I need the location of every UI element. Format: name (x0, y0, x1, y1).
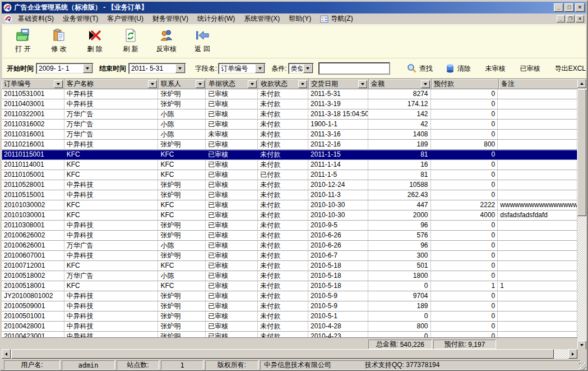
table-row[interactable]: 20110531001中异科技张炉明已审核未付款2011-5-3182740 (2, 89, 577, 99)
table-cell: 0 (431, 332, 498, 337)
table-row[interactable]: 20110105001KFCKFC已审核已付款2011-1-5810 (2, 170, 577, 180)
menu-item-label: 基础资料(S) (18, 14, 54, 24)
scroll-down-button[interactable] (577, 341, 586, 349)
table-row[interactable]: 20110515001中异科技张炉明已审核未付款2010-11-3262.430 (2, 190, 577, 200)
table-row[interactable]: JY20100801002中异科技张炉明已审核未付款2010-5-997040 (2, 291, 577, 301)
table-cell: 已审核 (206, 291, 258, 301)
table-row[interactable]: 20110528001中异科技张炉明已审核未付款2010-12-24105880 (2, 180, 577, 190)
table-cell: 未付款 (258, 130, 308, 140)
resize-grip[interactable] (579, 363, 586, 370)
table-cell: 20100518002 (2, 271, 64, 281)
column-header-8[interactable]: 预付款 (432, 79, 499, 89)
mdi-restore-button[interactable]: ❐ (566, 15, 575, 22)
table-row[interactable]: 20110403001中异科技张炉明已审核未付款2011-3-19174.120 (2, 99, 577, 109)
table-row[interactable]: 20110316001万华广告小陈未审核未付款2011-3-1614080 (2, 130, 577, 140)
column-header-6[interactable]: 交货日期 (309, 79, 369, 89)
export-excel-button[interactable]: 导出EXCL (555, 64, 586, 74)
table-row[interactable]: 20110308001中异科技张炉明已审核未付款2010-9-5960 (2, 221, 577, 231)
column-header-7[interactable]: 金额 (369, 79, 432, 89)
minimize-button[interactable]: _ (554, 3, 563, 12)
field-name-combo[interactable]: 订单编号 (218, 63, 266, 74)
audited-button[interactable]: 已审核 (520, 64, 540, 74)
menu-item-3[interactable]: 客户管理(U) (103, 13, 148, 25)
search-input[interactable] (318, 62, 390, 75)
column-header-9[interactable]: 备注 (499, 79, 578, 89)
chevron-down-icon[interactable] (303, 64, 313, 73)
end-date-combo[interactable]: 2011- 5-31 (128, 63, 186, 74)
toolbar-button-4[interactable]: 刷 新 (114, 27, 147, 55)
table-cell: KFC (64, 200, 159, 210)
toolbar-button-2[interactable]: 修 改 (43, 27, 75, 55)
column-header-2[interactable]: 客户名称 (64, 79, 159, 89)
column-header-4[interactable]: 单据状态 (206, 79, 258, 89)
table-row[interactable]: 20110322001万华广告小陈已审核未付款2011-3-18 15:04:5… (2, 109, 577, 120)
table-row[interactable]: 20110316002万华广告小陈已审核未付款1900-1-1420 (2, 120, 577, 130)
clear-button[interactable]: 清除 (445, 63, 471, 74)
window-title: 广告企业管理系统（标准版） - 【业务订单】 (14, 3, 553, 12)
table-cell: 20110403001 (2, 99, 64, 109)
horizontal-scroll-thumb[interactable] (11, 349, 554, 359)
table-row[interactable]: 20100626001万华广告小陈已审核未付款2010-6-26960 (2, 241, 577, 251)
horizontal-scrollbar[interactable] (2, 349, 577, 359)
table-cell (498, 150, 577, 160)
menu-item-5[interactable]: 统计分析(W) (193, 13, 239, 25)
table-row[interactable]: 20110115001KFCKFC已审核未付款2011-1-15810 (2, 150, 577, 160)
chevron-down-icon[interactable] (175, 64, 185, 73)
table-cell: 已审核 (206, 221, 258, 231)
scroll-left-button[interactable] (2, 349, 11, 359)
mdi-minimize-button[interactable]: _ (557, 15, 565, 22)
toolbar-button-5[interactable]: 反审核 (150, 27, 183, 55)
table-row[interactable]: 20100518001KFCKFC已审核未付款2010-5-18011 (2, 281, 577, 291)
table-row[interactable]: 20100501001中异科技张炉明已审核未付款2010-5-100 (2, 312, 577, 322)
start-date-combo[interactable]: 2009- 1- 1 (36, 63, 94, 74)
column-header-1[interactable]: 订单编号 (2, 79, 64, 89)
vertical-scroll-thumb[interactable] (577, 89, 586, 216)
table-row[interactable]: 20100423001中异科技张炉明已审核未付款2010-4-2300 (2, 332, 577, 337)
chevron-down-icon[interactable] (255, 64, 265, 73)
menu-item-2[interactable]: 业务管理(T) (58, 13, 103, 25)
menu-item-6[interactable]: 系统管理(X) (239, 13, 284, 25)
table-row[interactable]: 20100428001中异科技张炉明已审核未付款2010-4-288000 (2, 322, 577, 332)
table-row[interactable]: 20101030002KFCKFC已审核未付款2010-10-304472222… (2, 200, 577, 210)
vertical-scrollbar[interactable] (577, 79, 586, 349)
toolbar-button-3[interactable]: 删 除 (78, 27, 111, 55)
table-cell: 中异科技 (64, 301, 159, 312)
table-row[interactable]: 20100626002中异科技张炉明已审核未付款2010-6-265760 (2, 231, 577, 241)
toolbar-button-1[interactable]: 打 开 (7, 27, 39, 55)
table-row[interactable]: 20101030001KFCKFC已审核未付款2010-10-302000400… (2, 210, 577, 221)
menu-item-4[interactable]: 财务管理(V) (148, 13, 193, 25)
table-row[interactable]: 20100712001KFCKFC已审核未付款2010-5-185010 (2, 261, 577, 271)
menu-item-8[interactable]: 导航(Z) (316, 13, 357, 25)
column-header-5[interactable]: 收款状态 (258, 79, 309, 89)
table-row[interactable]: 20100518002万华广告小陈已审核未付款2010-5-1818000 (2, 271, 577, 281)
table-cell: 96 (368, 241, 431, 251)
column-filter-button[interactable] (148, 80, 157, 88)
menu-item-1[interactable]: 基础资料(S) (13, 13, 58, 25)
table-row[interactable]: 20100509001中异科技张炉明已审核未付款2010-5-91890 (2, 301, 577, 312)
scroll-right-button[interactable] (568, 349, 577, 359)
menu-item-7[interactable]: 帮助(Y) (284, 13, 316, 25)
prepaid-total-box: 预付款: 9,197 (433, 340, 496, 349)
unaudited-button[interactable]: 未审核 (485, 64, 506, 74)
column-filter-button[interactable] (358, 80, 367, 88)
column-filter-button[interactable] (248, 80, 257, 88)
column-filter-button[interactable] (421, 80, 430, 88)
table-row[interactable]: 20100607001中异科技张炉明已审核未付款2010-6-73000 (2, 251, 577, 261)
table-cell: 万华广告 (64, 130, 159, 140)
find-button[interactable]: 查找 (407, 63, 433, 74)
scroll-up-button[interactable] (577, 79, 586, 88)
column-filter-button[interactable] (196, 80, 205, 88)
maximize-button[interactable]: □ (564, 3, 574, 12)
table-row[interactable]: 20110114001KFCKFC已审核未付款2011-1-14160 (2, 160, 577, 170)
condition-combo[interactable]: 类似 (288, 63, 314, 74)
column-header-3[interactable]: 联系人 (159, 79, 206, 89)
table-row[interactable]: 20110216001中异科技张炉明已审核未付款2011-2-16189800 (2, 140, 577, 150)
menu-item-label: 系统管理(X) (244, 14, 280, 24)
table-cell (498, 130, 577, 140)
column-filter-button[interactable] (298, 80, 307, 88)
mdi-close-button[interactable]: ✕ (576, 15, 584, 22)
toolbar-button-6[interactable]: 返 回 (186, 27, 219, 55)
chevron-down-icon[interactable] (83, 64, 92, 73)
column-filter-button[interactable] (54, 80, 63, 88)
close-button[interactable]: ✕ (575, 3, 585, 12)
